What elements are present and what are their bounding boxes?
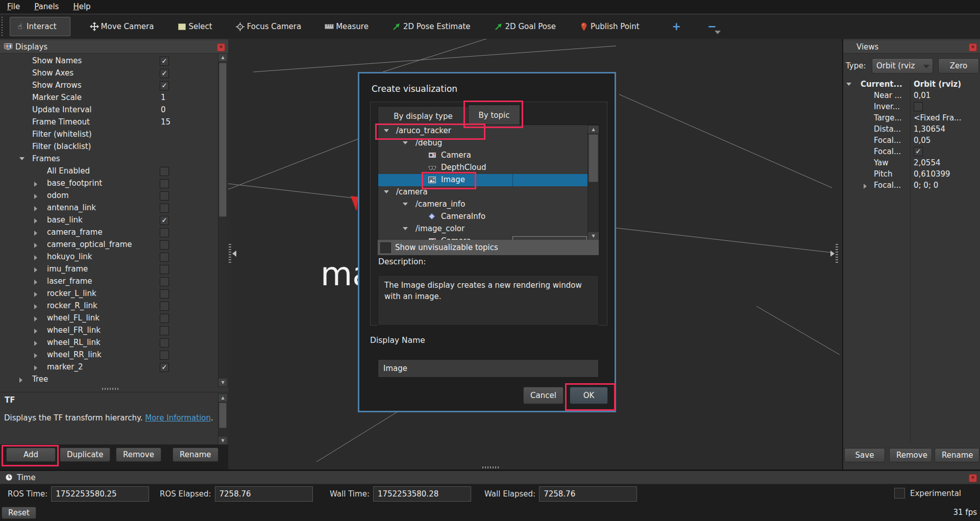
tree-row-camera-optical-frame[interactable]: camera_optical_frame [0,239,217,251]
view-prop-pitch[interactable]: Pitch0,610399 [843,169,980,180]
expand-icon[interactable] [34,182,37,187]
tree-row-all-enabled[interactable]: All Enabled [0,165,217,178]
remove-button[interactable]: Remove [889,448,932,462]
expand-icon[interactable] [34,280,37,285]
checkbox-laser-frame[interactable] [160,277,169,286]
rename-button[interactable]: Rename [173,448,218,462]
expand-icon[interactable] [34,329,37,334]
expand-icon[interactable] [34,304,37,309]
tree-row-laser-frame[interactable]: laser_frame [0,276,217,288]
menu-help[interactable]: Help [66,0,97,14]
tree-row-rocker-l-link[interactable]: rocker_L_link [0,288,217,300]
tool-2d-pose-estimate[interactable]: 2D Pose Estimate [388,19,475,34]
scroll-down-icon[interactable]: ▼ [588,232,599,240]
tree-row-show-names[interactable]: Show Names✓ [0,55,217,67]
view-type-dropdown[interactable]: Orbit (rviz [872,58,933,73]
chevron-down-icon[interactable] [715,31,721,34]
checkbox-camera-optical-frame[interactable] [160,240,169,250]
more-information-link[interactable]: More Information [145,413,211,423]
tree-row-filter-blacklist[interactable]: Filter (blacklist) [0,141,217,153]
displays-titlebar[interactable]: Displays ✕ [0,40,228,54]
scrollbar-thumb[interactable] [219,403,227,428]
view-prop-current[interactable]: Current...Orbit (rviz) [843,79,980,90]
add-button[interactable]: Add [6,448,56,462]
topic-row-camera-info[interactable]: /camera_info [378,199,588,211]
collapse-icon[interactable] [19,157,24,160]
checkbox-antenna-link[interactable] [160,204,169,213]
topic-row-camera[interactable]: Camera [378,150,588,162]
tree-row-wheel-fl-link[interactable]: wheel_FL_link [0,312,217,325]
view-prop-inver[interactable]: Inver... [843,102,980,113]
collapse-icon[interactable] [403,227,408,230]
tree-row-show-arrows[interactable]: Show Arrows✓ [0,80,217,92]
expand-icon[interactable] [34,365,37,370]
menu-file[interactable]: File [0,0,27,14]
tab-by-topic[interactable]: By topic [468,105,520,126]
expand-icon[interactable] [34,353,37,358]
close-icon[interactable]: ✕ [969,474,977,482]
tree-row-camera-frame[interactable]: camera_frame [0,227,217,239]
scroll-down-icon[interactable]: ▼ [218,437,227,444]
expand-icon[interactable] [34,243,37,248]
tree-row-show-axes[interactable]: Show Axes✓ [0,67,217,80]
collapse-icon[interactable] [403,203,408,206]
ok-button[interactable]: OK [570,387,608,404]
expand-icon[interactable] [34,206,37,211]
cancel-button[interactable]: Cancel [523,387,564,404]
tree-row-wheel-rr-link[interactable]: wheel_RR_link [0,349,217,361]
tree-row-marker-2[interactable]: marker_2✓ [0,361,217,374]
tree-row-wheel-fr-link[interactable]: wheel_FR_link [0,325,217,337]
checkbox-wheel-fr-link[interactable] [160,326,169,335]
tree-row-marker-scale[interactable]: Marker Scale1 [0,92,217,104]
show-unvisualizable-checkbox[interactable] [380,242,391,253]
close-icon[interactable]: ✕ [217,43,225,52]
rename-button[interactable]: Rename [935,448,979,462]
view-prop-focal[interactable]: Focal...0,05 [843,135,980,146]
checkbox-marker-2[interactable]: ✓ [160,363,169,372]
experimental-checkbox[interactable] [894,488,905,499]
tool-publish-point[interactable]: Publish Point [575,19,643,34]
remove-button[interactable]: Remove [116,448,161,462]
expand-icon[interactable] [34,267,37,272]
view-prop-yaw[interactable]: Yaw2,0554 [843,158,980,169]
left-panel-collapse-handle[interactable] [229,244,236,263]
views-titlebar[interactable]: Views ✕ [843,40,980,54]
tree-row-base-footprint[interactable]: base_footprint [0,178,217,190]
save-button[interactable]: Save [844,448,885,462]
checkbox-rocker-r-link[interactable] [160,302,169,311]
tool-focus-camera[interactable]: Focus Camera [232,19,305,34]
tree-row-rocker-r-link[interactable]: rocker_R_link [0,300,217,312]
expand-icon[interactable] [34,341,37,346]
tab-by-display-type[interactable]: By display type [378,106,469,126]
tree-row-wheel-rl-link[interactable]: wheel_RL_link [0,337,217,349]
time-titlebar[interactable]: Time ✕ [0,471,980,484]
scrollbar-thumb[interactable] [219,63,227,217]
tree-row-frames[interactable]: Frames [0,153,217,165]
zero-button[interactable]: Zero [938,58,979,73]
tree-row-base-link[interactable]: base_link✓ [0,214,217,227]
checkbox-camera-frame[interactable] [160,228,169,237]
checkbox-base-link[interactable]: ✓ [160,216,169,225]
tree-row-antenna-link[interactable]: antenna_link [0,202,217,214]
topic-list-scrollbar[interactable]: ▲ ▼ [587,125,599,240]
duplicate-button[interactable]: Duplicate [60,448,110,462]
display-name-input[interactable] [378,359,599,378]
expand-icon[interactable] [34,292,37,297]
topic-row-image-color[interactable]: /image_color [378,223,588,235]
checkbox-wheel-rl-link[interactable] [160,338,169,348]
field-value-wall-time[interactable] [373,486,471,502]
topic-row-camera[interactable]: /camera [378,186,588,199]
expand-icon[interactable] [34,218,37,224]
checkbox-all-enabled[interactable] [160,167,169,176]
view-prop-dista[interactable]: Dista...1,30654 [843,124,980,135]
tree-row-odom[interactable]: odom [0,190,217,202]
add-tool-button[interactable]: + [668,17,685,36]
displays-scrollbar[interactable]: ▲ ▼ [218,53,228,387]
reset-button[interactable]: Reset [2,507,36,519]
expand-icon[interactable] [34,255,37,260]
tree-row-update-interval[interactable]: Update Interval0 [0,104,217,116]
tree-row-imu-frame[interactable]: imu_frame [0,263,217,276]
tool-select[interactable]: Select [173,19,216,34]
remove-tool-button[interactable]: − [703,17,721,36]
field-value-wall-elapsed[interactable] [539,486,637,502]
